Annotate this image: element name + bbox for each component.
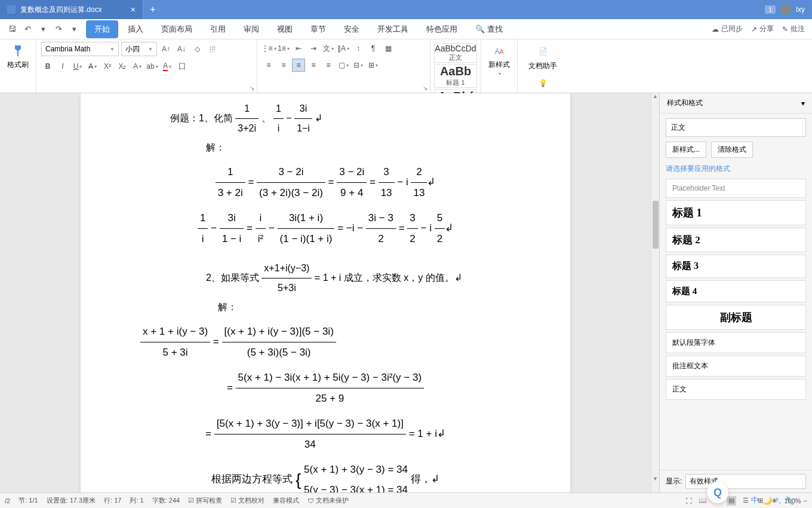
new-style-button[interactable]: AA 新样式▾ [486,42,512,79]
show-marks-button[interactable]: ¶ [367,42,380,55]
spellcheck-button[interactable]: ☑ 拼写检查 [188,496,222,505]
undo-dd-icon[interactable]: ▾ [37,23,49,35]
align-right-button[interactable]: ≡ [322,59,335,72]
page[interactable]: 例题：1、化简 13+2i 、 1i − 3i1−i ↲ 解： 13 + 2i … [81,93,570,492]
fullscreen-icon[interactable]: ⛶ [684,496,693,506]
style-heading-1[interactable]: 标题 1 [666,200,806,225]
align-distribute-button[interactable]: ≡ [307,59,320,72]
vertical-scrollbar[interactable]: ▲ ▼ [651,93,659,492]
numbering-button[interactable]: 1≡▾ [277,42,290,55]
font-launcher-icon[interactable]: ↘ [250,85,254,91]
redo-dd-icon[interactable]: ▾ [68,23,80,35]
annotate-button[interactable]: ✎ 批注 [782,24,805,34]
superscript-button[interactable]: X² [101,60,114,73]
tab-security[interactable]: 安全 [336,20,368,38]
add-tab-button[interactable]: + [143,4,162,15]
redo-icon[interactable]: ↷ [53,23,64,35]
sync-button[interactable]: ☁ 已同步 [712,24,743,34]
protect-status[interactable]: 🛡 文档未保护 [307,496,349,505]
bullets-button[interactable]: ⋮≡▾ [262,42,275,55]
style-normal[interactable]: AaBbCcDd正文 [434,43,477,63]
word-count[interactable]: 字数: 244 [152,496,180,505]
text-direction-button[interactable]: 文▾ [322,42,335,55]
style-heading1[interactable]: AaBb标题 1 [434,64,477,88]
para-settings-button[interactable]: ⊞▾ [367,59,380,72]
char-shading-button[interactable]: 囗 [176,60,189,73]
borders-button[interactable]: ▦ [382,42,395,55]
row-indicator[interactable]: 行: 17 [104,496,121,505]
shading-button[interactable]: ▢▾ [337,59,350,72]
sort-button[interactable]: ↕ [352,42,365,55]
style-subtitle[interactable]: 副标题 [666,305,806,330]
tab-start[interactable]: 开始 [86,20,118,38]
close-tab-icon[interactable]: × [131,5,136,14]
line-spacing-button[interactable]: ‖A▾ [337,42,350,55]
para-launcher-icon[interactable]: ↘ [423,85,427,91]
shrink-font-icon[interactable]: A↓ [175,42,188,56]
strikethrough-button[interactable]: A̶▾ [86,60,99,73]
panel-menu-icon[interactable]: ▾ [801,99,805,108]
clear-format-icon[interactable]: ◇ [190,42,204,56]
position-indicator[interactable]: 设置值: 17.3厘米 [47,496,96,505]
align-justify-button[interactable]: ≡ [292,59,305,72]
document-area[interactable]: 例题：1、化简 13+2i 、 1i − 3i1−i ↲ 解： 13 + 2i … [0,93,651,492]
highlight-button[interactable]: ab▾ [146,60,159,73]
read-view-icon[interactable]: 📖 [698,496,708,506]
document-tab[interactable]: 复数概念及四则运算.docx × [0,0,143,19]
scroll-thumb[interactable] [653,201,659,249]
underline-button[interactable]: U▾ [71,60,84,73]
assistant-float-icon[interactable]: Q [707,482,728,503]
tab-devtools[interactable]: 开发工具 [369,20,417,38]
font-name-select[interactable]: Cambria Math▼ [41,42,119,56]
tab-section[interactable]: 章节 [302,20,334,38]
tab-review[interactable]: 审阅 [235,20,267,38]
align-center-button[interactable]: ≡ [277,59,290,72]
style-default-font[interactable]: 默认段落字体 [666,332,806,353]
show-filter-select[interactable]: 有效样式 [685,474,806,489]
undo-icon[interactable]: ↶ [21,23,33,35]
tab-reference[interactable]: 引用 [202,20,234,38]
tab-features[interactable]: 特色应用 [418,20,466,38]
outline-view-icon[interactable]: ☰ [741,496,751,506]
col-indicator[interactable]: 列: 1 [130,496,143,505]
scroll-down-icon[interactable]: ▼ [651,476,659,484]
proofread-button[interactable]: ☑ 文档校对 [230,496,264,505]
zoom-out-icon[interactable]: − [804,497,807,504]
page-view-icon[interactable]: ▤ [727,496,736,506]
increase-indent-button[interactable]: ⇥ [307,42,320,55]
clear-format-button[interactable]: 清除格式 [711,142,753,158]
tab-insert[interactable]: 插入 [119,20,152,38]
style-body[interactable]: 正文 [666,379,806,400]
style-placeholder[interactable]: Placeholder Text [666,179,806,198]
align-left-button[interactable]: ≡ [262,59,275,72]
tab-view[interactable]: 视图 [269,20,301,38]
grow-font-icon[interactable]: A↑ [159,42,173,56]
ime-settings-icon[interactable]: 🔧 [785,496,794,505]
page-indicator[interactable]: /2 [5,497,10,504]
moon-icon[interactable]: 🌙 [762,496,772,505]
tab-find[interactable]: 🔍 查找 [467,20,511,38]
share-button[interactable]: ↗ 分享 [751,24,774,34]
text-effects-button[interactable]: A▾ [131,60,144,73]
ime-punct-icon[interactable]: °, [776,496,781,505]
tabs-button[interactable]: ⊟▾ [352,59,365,72]
scroll-up-icon[interactable]: ▲ [651,93,659,102]
section-indicator[interactable]: 节: 1/1 [19,496,38,505]
new-style-button[interactable]: 新样式... [666,142,706,158]
format-painter-button[interactable]: 格式刷 [5,42,31,72]
style-heading-4[interactable]: 标题 4 [666,280,806,302]
save-icon[interactable]: 🖫 [6,23,18,35]
tab-layout[interactable]: 页面布局 [153,20,201,38]
style-heading-2[interactable]: 标题 2 [666,228,806,252]
decrease-indent-button[interactable]: ⇤ [292,42,305,55]
ime-bar[interactable]: 中 🌙 °, 🔧 [751,495,794,506]
style-comment-text[interactable]: 批注框文本 [666,356,806,377]
doc-helper-button[interactable]: 📄文档助手 [522,42,563,74]
font-color-button[interactable]: A▾ [161,60,174,73]
style-heading-3[interactable]: 标题 3 [666,255,806,278]
italic-button[interactable]: I [56,60,69,73]
user-avatar-icon[interactable] [780,4,791,15]
notification-badge[interactable]: 1 [765,5,776,14]
font-size-select[interactable]: 小四▼ [121,42,157,56]
subscript-button[interactable]: X₂ [116,60,129,73]
